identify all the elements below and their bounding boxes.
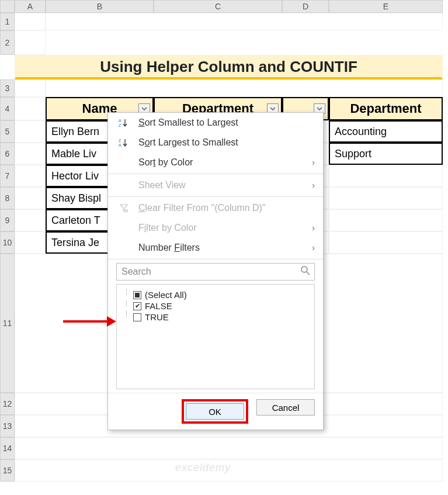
filter-search-input[interactable]: Search bbox=[116, 263, 315, 281]
dialog-buttons: OK Cancel bbox=[108, 393, 323, 430]
chevron-down-icon bbox=[317, 106, 322, 112]
row-header-2[interactable]: 2 bbox=[0, 30, 15, 55]
cell-A4[interactable] bbox=[15, 97, 46, 120]
number-filters[interactable]: Number Filters › bbox=[108, 238, 323, 258]
sort-descending[interactable]: ZA Sort Largest to Smallest bbox=[108, 133, 323, 153]
filter-values-tree: (Select All) ✔ FALSE TRUE bbox=[116, 284, 315, 389]
cell-list2-5[interactable]: Accounting bbox=[329, 120, 443, 143]
sheet-view-label: Sheet View bbox=[138, 180, 186, 191]
row-header-7[interactable]: 7 bbox=[0, 165, 15, 187]
cell-row14[interactable] bbox=[15, 437, 443, 459]
cell-A10[interactable] bbox=[15, 231, 46, 254]
row-header-8[interactable]: 8 bbox=[0, 187, 15, 209]
ok-button[interactable]: OK bbox=[186, 403, 244, 420]
clear-filter-icon bbox=[117, 203, 130, 213]
page-title: Using Helper Column and COUNTIF bbox=[15, 55, 443, 79]
select-all-label: (Select All) bbox=[145, 290, 187, 300]
cell-list2-6[interactable]: Support bbox=[329, 143, 443, 165]
cell-A1[interactable] bbox=[15, 13, 46, 30]
menu-separator bbox=[108, 259, 323, 259]
row-header-10[interactable]: 10 bbox=[0, 231, 15, 254]
sort-by-color[interactable]: Sort by Color › bbox=[108, 153, 323, 172]
sort-asc-icon: AZ bbox=[117, 117, 130, 128]
filter-true-label: TRUE bbox=[145, 312, 169, 322]
filter-by-color: Filter by Color › bbox=[108, 218, 323, 238]
arrow-line-icon bbox=[63, 320, 107, 323]
row-header-15[interactable]: 15 bbox=[0, 459, 15, 482]
filter-option-true[interactable]: TRUE bbox=[123, 311, 308, 323]
cell-E10[interactable] bbox=[329, 231, 443, 254]
search-icon bbox=[300, 265, 311, 278]
col-header-E[interactable]: E bbox=[329, 0, 443, 13]
filter-option-false[interactable]: ✔ FALSE bbox=[123, 300, 308, 311]
chevron-right-icon: › bbox=[312, 243, 315, 252]
autofilter-menu: AZ Sort Smallest to Largest ZA Sort Larg… bbox=[107, 112, 324, 430]
svg-text:A: A bbox=[119, 143, 121, 147]
sort-desc-icon: ZA bbox=[117, 137, 130, 148]
checkbox-unchecked-icon[interactable] bbox=[133, 313, 141, 321]
arrow-head-icon bbox=[107, 316, 116, 327]
cell-E9[interactable] bbox=[329, 209, 443, 231]
svg-point-4 bbox=[301, 266, 307, 272]
checkbox-indeterminate-icon[interactable] bbox=[133, 291, 141, 299]
cell-A2[interactable] bbox=[15, 30, 46, 55]
cancel-button[interactable]: Cancel bbox=[256, 399, 315, 416]
menu-separator bbox=[108, 174, 323, 174]
checkbox-checked-icon[interactable]: ✔ bbox=[133, 302, 141, 310]
col-header-A[interactable]: A bbox=[15, 0, 46, 13]
header-department2: Department bbox=[329, 97, 443, 120]
row-header-9[interactable]: 9 bbox=[0, 209, 15, 231]
col-header-C[interactable]: C bbox=[154, 0, 282, 13]
col-header-D[interactable]: D bbox=[282, 0, 329, 13]
row-header-1[interactable]: 1 bbox=[0, 13, 15, 30]
filter-color-label: Filter by Color bbox=[138, 223, 197, 233]
row-header-11[interactable]: 11 bbox=[0, 254, 15, 393]
chevron-right-icon: › bbox=[312, 158, 315, 167]
cell-A5[interactable] bbox=[15, 120, 46, 143]
chevron-down-icon bbox=[141, 106, 147, 112]
clear-filter-label: Clear Filter From "(Column D)" bbox=[138, 203, 266, 213]
cell-A6[interactable] bbox=[15, 143, 46, 165]
row-header-3[interactable]: 3 bbox=[0, 79, 15, 97]
chevron-down-icon bbox=[270, 106, 276, 112]
cell-E7[interactable] bbox=[329, 165, 443, 187]
number-filters-label: Number Filters bbox=[138, 243, 200, 253]
sort-desc-label: Sort Largest to Smallest bbox=[138, 137, 238, 148]
watermark: exceldemy bbox=[175, 462, 231, 474]
sort-asc-label: Sort Smallest to Largest bbox=[138, 117, 238, 128]
header-dept2-label: Department bbox=[350, 101, 421, 116]
annotation-arrow bbox=[63, 320, 107, 323]
select-all-corner[interactable] bbox=[0, 0, 15, 13]
sort-color-label: Sort by Color bbox=[138, 157, 193, 168]
clear-filter: Clear Filter From "(Column D)" bbox=[108, 198, 323, 218]
svg-text:Z: Z bbox=[119, 123, 121, 127]
ok-highlight-annotation: OK bbox=[182, 399, 248, 424]
svg-text:A: A bbox=[119, 119, 121, 123]
sheet-view: Sheet View › bbox=[108, 175, 323, 195]
cell-A3[interactable] bbox=[15, 79, 46, 97]
menu-separator bbox=[108, 196, 323, 197]
cell-BCDE1[interactable] bbox=[46, 13, 443, 30]
cell-A8[interactable] bbox=[15, 187, 46, 209]
select-all-option[interactable]: (Select All) bbox=[123, 289, 308, 300]
row-header-12[interactable]: 12 bbox=[0, 393, 15, 415]
sort-ascending[interactable]: AZ Sort Smallest to Largest bbox=[108, 113, 323, 133]
cell-A7[interactable] bbox=[15, 165, 46, 187]
row-header-6[interactable]: 6 bbox=[0, 143, 15, 165]
row-header-4[interactable]: 4 bbox=[0, 97, 15, 120]
filter-false-label: FALSE bbox=[145, 301, 172, 311]
svg-text:Z: Z bbox=[119, 139, 121, 143]
row-header-5[interactable]: 5 bbox=[0, 120, 15, 143]
row-header-14[interactable]: 14 bbox=[0, 437, 15, 459]
col-header-B[interactable]: B bbox=[46, 0, 154, 13]
chevron-right-icon: › bbox=[312, 223, 315, 233]
row-header-13[interactable]: 13 bbox=[0, 415, 15, 437]
cell-E8[interactable] bbox=[329, 187, 443, 209]
search-placeholder: Search bbox=[121, 266, 151, 277]
cell-BCDE3[interactable] bbox=[46, 79, 443, 97]
cell-A9[interactable] bbox=[15, 209, 46, 231]
chevron-right-icon: › bbox=[312, 181, 315, 190]
